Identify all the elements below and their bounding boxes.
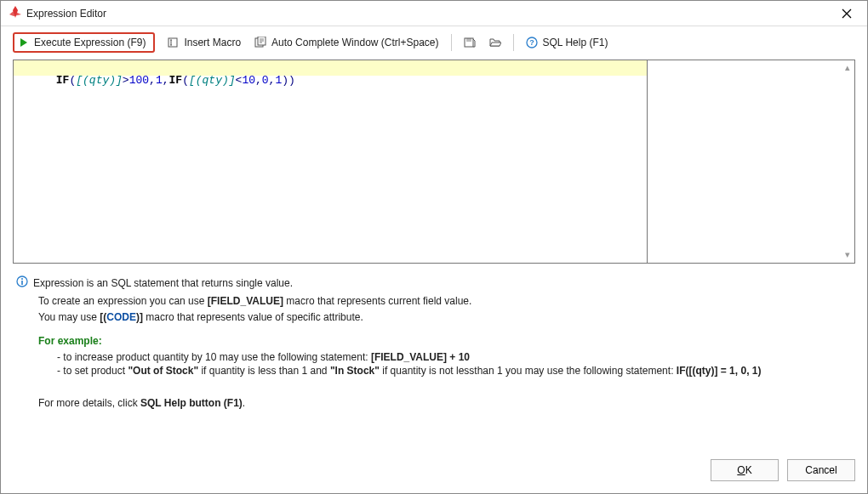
auto-complete-icon: [254, 37, 266, 48]
save-script-button[interactable]: [457, 33, 483, 52]
execute-expression-button[interactable]: Execute Expression (F9): [13, 32, 155, 53]
sql-help-button[interactable]: ? SQL Help (F1): [519, 33, 615, 52]
editor-text-area[interactable]: IF([(qty)]>100,1,IF([(qty)]<10,0,1)): [14, 60, 647, 263]
help-panel: Expression is an SQL statement that retu…: [1, 264, 867, 452]
help-line-1: To create an expression you can use [FIE…: [38, 295, 854, 309]
help-details: For more details, click SQL Help button …: [38, 397, 854, 411]
app-icon: [9, 6, 21, 20]
example-2: to set product "Out of Stock" if quantit…: [57, 365, 854, 378]
title-bar: Expression Editor: [1, 1, 867, 26]
svg-point-8: [21, 278, 23, 280]
window-title: Expression Editor: [26, 8, 831, 20]
auto-complete-button[interactable]: Auto Complete Window (Ctrl+Space): [248, 33, 445, 52]
separator: [513, 34, 514, 51]
sql-help-label: SQL Help (F1): [543, 37, 608, 48]
example-list: to increase product quantity by 10 may u…: [38, 351, 854, 378]
insert-macro-label: Insert Macro: [184, 37, 241, 48]
dialog-buttons: OK Cancel: [1, 452, 867, 493]
folder-open-icon: [489, 37, 501, 48]
svg-rect-0: [168, 38, 177, 47]
svg-rect-4: [466, 38, 471, 42]
cancel-button[interactable]: Cancel: [787, 459, 855, 481]
example-label: For example:: [38, 335, 854, 349]
execute-label: Execute Expression (F9): [34, 37, 146, 48]
expression-code: IF([(qty)]>100,1,IF([(qty)]<10,0,1)): [16, 61, 295, 99]
insert-macro-icon: [167, 37, 179, 48]
auto-complete-label: Auto Complete Window (Ctrl+Space): [271, 37, 438, 48]
hint-text: Expression is an SQL statement that retu…: [33, 277, 293, 291]
insert-macro-button[interactable]: Insert Macro: [160, 33, 248, 52]
toolbar: Execute Expression (F9) Insert Macro Aut…: [1, 26, 867, 60]
scroll-down-icon[interactable]: ▾: [842, 249, 853, 261]
help-icon: ?: [526, 37, 538, 48]
example-1: to increase product quantity by 10 may u…: [57, 351, 854, 365]
editor-side-panel: [647, 60, 854, 263]
help-line-2: You may use [(CODE)] macro that represen…: [38, 311, 854, 325]
open-script-button[interactable]: [483, 33, 508, 52]
info-icon: [16, 275, 28, 292]
expression-editor[interactable]: IF([(qty)]>100,1,IF([(qty)]<10,0,1)) ▴ ▾: [13, 60, 855, 264]
save-icon: [464, 37, 476, 48]
play-icon: [19, 37, 29, 48]
svg-rect-9: [21, 281, 23, 285]
ok-button[interactable]: OK: [711, 459, 779, 481]
svg-text:?: ?: [529, 38, 534, 47]
scroll-up-icon[interactable]: ▴: [842, 62, 853, 74]
close-button[interactable]: [831, 3, 862, 24]
separator: [451, 34, 452, 51]
